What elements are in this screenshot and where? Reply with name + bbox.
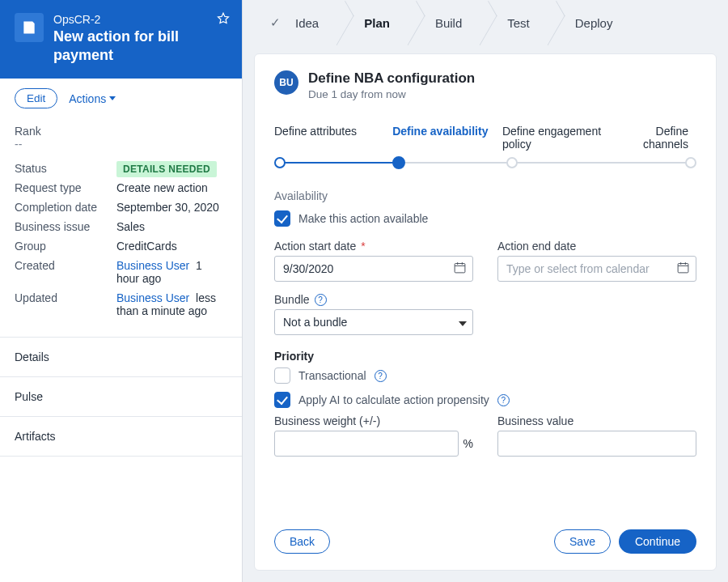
nav-pulse[interactable]: Pulse <box>0 377 242 417</box>
created-user-link[interactable]: Business User <box>116 259 189 272</box>
calendar-icon[interactable] <box>676 261 690 277</box>
step-define-engagement-policy[interactable]: Define engagement policy <box>502 125 620 151</box>
star-icon <box>216 11 231 26</box>
edit-button[interactable]: Edit <box>15 88 57 108</box>
transactional-checkbox[interactable] <box>274 367 290 384</box>
group-label: Group <box>15 240 110 253</box>
back-button[interactable]: Back <box>274 529 330 554</box>
updated-label: Updated <box>15 291 110 317</box>
check-icon: ✓ <box>270 15 281 30</box>
stage-bar: ✓ Idea Plan Build Test Deploy <box>243 0 728 45</box>
case-id: OpsCR-2 <box>53 13 227 26</box>
step-define-availability[interactable]: Define availability <box>392 125 502 151</box>
panel-title: Define NBA configuration <box>308 70 475 87</box>
bundle-label: Bundle <box>274 293 310 306</box>
step-dot-1[interactable] <box>274 157 286 168</box>
completion-date-label: Completion date <box>15 201 110 214</box>
stage-label: Test <box>507 16 530 30</box>
step-tracker: Define attributes Define availability De… <box>274 125 696 168</box>
required-indicator: * <box>361 240 365 253</box>
stage-build[interactable]: Build <box>413 0 485 45</box>
case-type-icon <box>15 13 44 42</box>
status-label: Status <box>15 162 110 175</box>
start-date-input[interactable] <box>274 256 473 282</box>
sidebar-nav: Details Pulse Artifacts <box>0 337 242 457</box>
chevron-down-icon[interactable] <box>459 316 467 329</box>
help-icon[interactable]: ? <box>497 394 510 406</box>
business-value-label: Business value <box>497 414 574 427</box>
transactional-label: Transactional <box>298 369 366 382</box>
completion-date-value: September 30, 2020 <box>116 201 219 214</box>
nav-details[interactable]: Details <box>0 338 242 377</box>
created-label: Created <box>15 259 110 285</box>
continue-button[interactable]: Continue <box>619 529 696 554</box>
case-title: New action for bill payment <box>53 28 227 64</box>
priority-header: Priority <box>274 350 696 363</box>
stage-label: Deploy <box>575 16 613 30</box>
save-button[interactable]: Save <box>554 529 611 554</box>
availability-section-label: Availability <box>274 189 696 202</box>
sidebar-toolbar: Edit Actions <box>0 79 242 118</box>
stage-test[interactable]: Test <box>485 0 552 45</box>
stage-label: Build <box>435 16 462 30</box>
stage-label: Idea <box>295 16 319 30</box>
make-available-label: Make this action available <box>298 212 428 225</box>
updated-user-link[interactable]: Business User <box>116 291 189 304</box>
apply-ai-label: Apply AI to calculate action propensity <box>298 393 489 406</box>
assignee-avatar: BU <box>274 70 298 95</box>
bundle-select[interactable] <box>274 309 473 335</box>
stage-idea[interactable]: ✓ Idea <box>248 0 341 45</box>
business-value-input[interactable] <box>497 431 696 457</box>
svg-rect-0 <box>455 264 465 273</box>
step-dot-4[interactable] <box>685 157 696 168</box>
actions-menu-label: Actions <box>69 92 106 105</box>
group-value: CreditCards <box>116 240 177 253</box>
svg-rect-1 <box>678 264 688 273</box>
work-panel: BU Define NBA configuration Due 1 day fr… <box>254 53 717 571</box>
nav-artifacts[interactable]: Artifacts <box>0 417 242 457</box>
end-date-label: Action end date <box>497 240 576 253</box>
business-issue-label: Business issue <box>15 220 110 233</box>
sidebar: OpsCR-2 New action for bill payment Edit… <box>0 0 243 582</box>
percent-label: % <box>463 437 473 450</box>
favorite-button[interactable] <box>216 11 231 28</box>
chevron-down-icon <box>109 96 116 100</box>
main: ✓ Idea Plan Build Test Deploy BU Define … <box>243 0 728 582</box>
panel-due: Due 1 day from now <box>308 88 475 100</box>
make-available-checkbox[interactable] <box>274 210 290 227</box>
request-type-label: Request type <box>15 181 110 194</box>
business-weight-label: Business weight (+/-) <box>274 414 380 427</box>
help-icon[interactable]: ? <box>315 294 327 306</box>
status-badge: DETAILS NEEDED <box>116 161 217 177</box>
stage-deploy[interactable]: Deploy <box>552 0 636 45</box>
stage-label: Plan <box>364 16 390 30</box>
calendar-icon[interactable] <box>453 261 467 277</box>
rank-label: Rank <box>15 125 110 138</box>
app-root: OpsCR-2 New action for bill payment Edit… <box>0 0 728 582</box>
step-define-channels[interactable]: Define channels <box>620 125 696 151</box>
rank-value: -- <box>15 138 227 151</box>
apply-ai-checkbox[interactable] <box>274 392 290 408</box>
business-weight-input[interactable] <box>274 431 459 457</box>
request-type-value: Create new action <box>116 181 208 194</box>
actions-menu[interactable]: Actions <box>69 92 116 105</box>
case-header: OpsCR-2 New action for bill payment <box>0 0 242 79</box>
case-properties: Rank -- Status DETAILS NEEDED Request ty… <box>0 118 242 332</box>
business-issue-value: Sales <box>116 220 145 233</box>
step-dot-3[interactable] <box>506 157 518 168</box>
end-date-input[interactable] <box>497 256 696 282</box>
step-define-attributes[interactable]: Define attributes <box>274 125 392 151</box>
stage-plan[interactable]: Plan <box>341 0 413 45</box>
start-date-label: Action start date <box>274 240 356 253</box>
step-dot-2[interactable] <box>392 156 405 169</box>
panel-actions: Back Save Continue <box>274 516 696 554</box>
help-icon[interactable]: ? <box>375 370 387 382</box>
